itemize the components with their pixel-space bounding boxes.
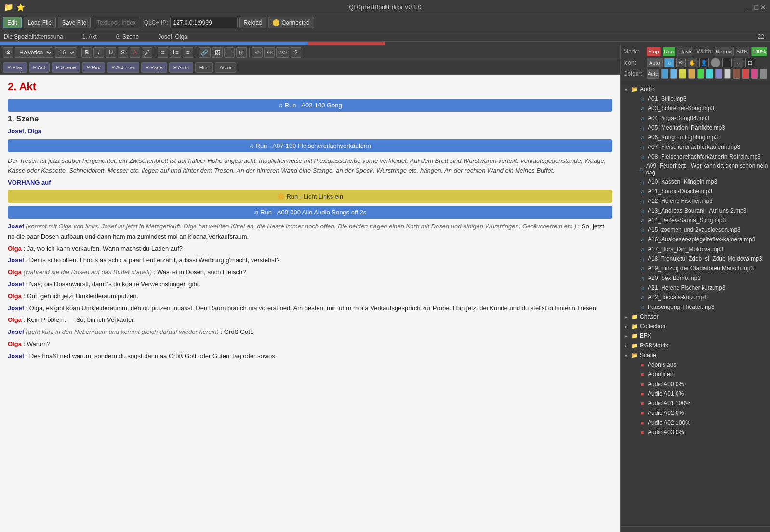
colour-swatch-2[interactable] [679,69,686,79]
tree-item[interactable]: ■ Audio A03 0% [621,427,770,437]
tree-item[interactable]: ■ Adonis ein [621,370,770,379]
icon-swatch-music[interactable]: ♫ [664,58,674,67]
cue-bar-3[interactable]: 🔆 Run - Licht Links ein [8,190,612,203]
actor-button[interactable]: Actor [215,62,236,73]
breadcrumb-item-2[interactable]: 6. Szene [116,33,139,40]
tree-item[interactable]: ♫ A01_Stille.mp3 [621,94,770,104]
bold-button[interactable]: B [81,47,92,58]
breadcrumb-item-1[interactable]: 1. Akt [82,33,97,40]
font-size-select[interactable]: 16 [55,47,76,58]
tree-item[interactable]: ■ Audio A01 100% [621,399,770,408]
table-button[interactable]: ⊞ [236,47,247,58]
align-button[interactable]: ≡ [183,47,193,58]
hr-button[interactable]: — [224,47,235,58]
icon-swatch-arrows[interactable]: ↔ [734,58,743,67]
font-family-select[interactable]: Helvetica [15,47,53,58]
mode-run-button[interactable]: Run [663,47,676,56]
cue-bar-1[interactable]: ♫ Run - A02-100 Gong [8,99,612,112]
save-file-button[interactable]: Save File [58,17,91,28]
tree-item[interactable]: ♫ A05_Meditation_Panflöte.mp3 [621,123,770,133]
underline-button[interactable]: U [106,47,116,58]
tree-item[interactable]: ▸ 📁 Chaser [621,312,770,321]
width-50-button[interactable]: 50% [736,47,749,56]
p-actorlist-button[interactable]: P Actorlist [107,62,139,73]
cue-bar-2[interactable]: ♫ Run - A07-100 Fleischereifachverkäufer… [8,139,612,152]
colour-auto-button[interactable]: Auto [647,69,659,79]
tree-item[interactable]: ♫ A15_zoomen-und-2xausloesen.mp3 [621,225,770,235]
tree-item[interactable]: ■ Audio A02 100% [621,418,770,427]
hint-button[interactable]: Hint [195,62,213,73]
p-play-button[interactable]: P Play [3,62,27,73]
icon-swatch-person[interactable]: 👤 [699,58,709,67]
tree-item[interactable]: ♫ A17_Hora_Din_Moldova.mp3 [621,244,770,254]
colour-swatch-9[interactable] [742,69,749,79]
icon-swatch-eye[interactable]: 👁 [676,58,686,67]
tree-item[interactable]: ■ Audio A00 0% [621,379,770,389]
cue-bar-4[interactable]: ♫ Run - A00-000 Alle Audio Songs off 2s [8,206,612,219]
tree-item[interactable]: ♫ A22_Toccata-kurz.mp3 [621,293,770,302]
star-icon[interactable]: ⭐ [16,3,25,11]
tree-item[interactable]: ♫ A07_Fleischereifachferkäuferin.mp3 [621,142,770,152]
tree-item[interactable]: ♫ A19_Einzug der Gladiatoren Marsch.mp3 [621,264,770,273]
strikethrough-button[interactable]: S [118,47,128,58]
colour-swatch-4[interactable] [697,69,704,79]
tree-item[interactable]: ▾ 📂 Scene [621,350,770,360]
redo-button[interactable]: ↪ [264,47,275,58]
colour-swatch-3[interactable] [688,69,695,79]
mode-flash-button[interactable]: Flash [677,47,692,56]
colour-swatch-8[interactable] [733,69,740,79]
tree-item[interactable]: ♫ A16_Ausloeser-spiegelreflex-kamera.mp3 [621,235,770,244]
close-icon[interactable]: ✕ [760,3,766,11]
reload-button[interactable]: Reload [239,17,266,28]
icon-auto-button[interactable]: Auto [647,58,663,67]
edit-button[interactable]: Edit [3,17,22,28]
tree-item[interactable]: ♫ A12_Helene Fischer.mp3 [621,196,770,206]
tree-item[interactable]: ♫ A20_Sex Bomb.mp3 [621,273,770,283]
ordered-list-button[interactable]: 1≡ [170,47,181,58]
help-button[interactable]: ? [291,47,301,58]
breadcrumb-item-0[interactable]: Die Spezialitätensauna [4,33,63,40]
undo-button[interactable]: ↩ [252,47,263,58]
textbook-index-button[interactable]: Textbook Index [93,17,140,28]
tree-item[interactable]: ♫ A06_Kung Fu Fighting.mp3 [621,133,770,142]
tree-item[interactable]: ♫ A11_Sound-Dusche.mp3 [621,186,770,196]
font-color-button[interactable]: A [130,47,140,58]
unordered-list-button[interactable]: ≡ [158,47,168,58]
tree-item[interactable]: ♫ A10_Kassen_Klingeln.mp3 [621,177,770,186]
width-100-button[interactable]: 100% [751,47,767,56]
breadcrumb-item-3[interactable]: Josef, Olga [158,33,187,40]
tree-item[interactable]: ♫ A08_Fleischereifachferkäuferin-Refrain… [621,152,770,161]
p-auto-button[interactable]: P Auto [169,62,193,73]
p-page-button[interactable]: P Page [141,62,167,73]
tree-container[interactable]: ▾ 📂 Audio ♫ A01_Stille.mp3 ♫ A03_Schrein… [621,82,770,526]
icon-swatch-circle[interactable] [711,58,720,67]
tree-item[interactable]: ▾ 📂 Audio [621,84,770,94]
link-button[interactable]: 🔗 [199,47,211,58]
tools-icon-btn[interactable]: ⚙ [3,47,13,58]
paint-button[interactable]: 🖊 [142,47,152,58]
tree-item[interactable]: ♫ A09_Feuerherz - Wer kann da denn schon… [621,161,770,177]
icon-swatch-hand[interactable]: ✋ [688,58,697,67]
tree-item[interactable]: ▸ 📁 EFX [621,331,770,341]
minimize-icon[interactable]: — [746,3,753,11]
colour-swatch-11[interactable] [760,69,767,79]
code-button[interactable]: </> [276,47,289,58]
tree-item[interactable]: ♫ A03_Schreiner-Song.mp3 [621,104,770,113]
icon-swatch-square[interactable] [722,58,732,67]
folder-icon[interactable]: 📁 [4,2,13,12]
colour-swatch-5[interactable] [706,69,713,79]
colour-swatch-1[interactable] [670,69,677,79]
colour-swatch-7[interactable] [724,69,731,79]
p-hint-button[interactable]: P Hint [82,62,105,73]
qlcplus-ip-input[interactable] [170,17,238,28]
italic-button[interactable]: I [93,47,104,58]
tree-item[interactable]: ♫ A14_Detlev-Sauna_Song.mp3 [621,215,770,225]
tree-item[interactable]: ■ Adonis aus [621,360,770,370]
colour-swatch-6[interactable] [715,69,722,79]
tree-item[interactable]: ▸ 📁 RGBMatrix [621,341,770,350]
tree-item[interactable]: ♫ A18_Trenuletul-Zdob_si_Zdub-Moldova.mp… [621,254,770,264]
tree-item[interactable]: ▸ 📁 Collection [621,321,770,331]
p-act-button[interactable]: P Act [29,62,50,73]
icon-swatch-grid[interactable]: ⊞ [745,58,755,67]
load-file-button[interactable]: Load File [24,17,56,28]
